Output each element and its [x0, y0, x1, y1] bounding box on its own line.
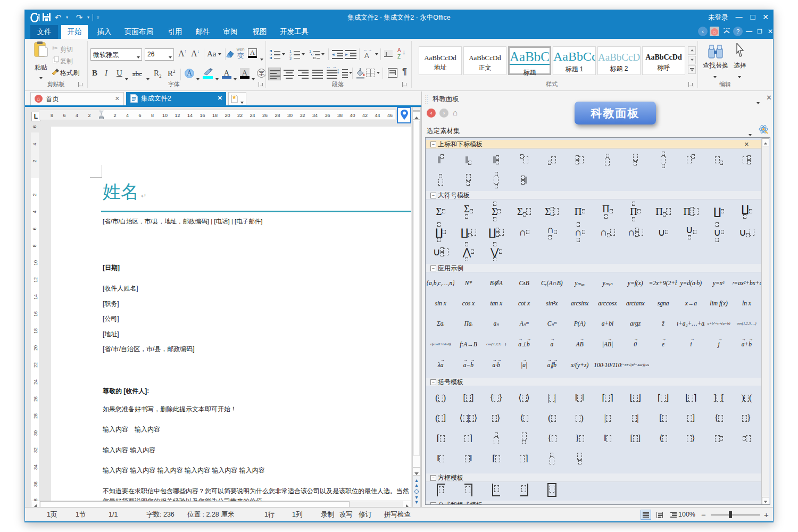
doc-recipient-line[interactable]: [公司] [103, 315, 119, 323]
doc-body-line[interactable]: 输入内容 输入内容 [103, 446, 155, 455]
section-header-5[interactable]: −分式和根式模板 [426, 501, 762, 505]
collapse-section-icon[interactable]: − [430, 193, 436, 198]
formula-item[interactable]: ∩ [510, 222, 538, 242]
formula-item[interactable]: B∉A [483, 275, 510, 291]
formula-item[interactable] [510, 149, 538, 170]
formula-item[interactable]: AB [566, 335, 593, 354]
subscript-button[interactable]: R2 [154, 69, 162, 79]
find-replace-dropdown-icon[interactable] [713, 71, 717, 80]
formula-item[interactable]: ∐ [483, 222, 510, 242]
dropdown-icon[interactable] [282, 53, 285, 55]
formula-item[interactable] [483, 170, 510, 190]
font-color-button[interactable]: A [222, 68, 231, 78]
decrease-indent-icon[interactable]: ◂ [332, 50, 343, 59]
formula-item[interactable]: ⟨ [510, 408, 538, 428]
formula-item[interactable] [705, 428, 733, 448]
formula-item[interactable]: Πaᵢ [454, 314, 482, 332]
dropdown-icon[interactable] [375, 53, 378, 55]
formula-item[interactable]: a+b²+c+(a+b) [705, 314, 733, 332]
vertical-ruler[interactable]: 6422468101214161820222426283032343638 [31, 122, 39, 501]
ribbon-tab-审阅[interactable]: 审阅 [221, 25, 240, 39]
formula-item[interactable]: cos{1,2,3,…} [483, 335, 510, 354]
formula-item[interactable]: Σ [454, 201, 482, 222]
select-dropdown-icon[interactable] [738, 71, 741, 80]
style-card-标题[interactable]: AaBbC标题 [508, 46, 551, 75]
panel-scroll-up-button[interactable] [762, 138, 769, 146]
formula-item[interactable]: Aₙᵐ [510, 314, 538, 332]
formula-item[interactable]: } [733, 408, 760, 428]
status-info[interactable]: 1节 [76, 508, 86, 522]
doc-minimize-icon[interactable]: — [744, 27, 754, 36]
document-page[interactable]: 姓名↵ [省/市/自治区，市/县，地址，邮政编码] | [电话] | [电子邮件… [51, 127, 411, 501]
panel-scroll-down-button[interactable] [762, 497, 769, 505]
panel-drag-dots[interactable]: :::::::: [425, 95, 429, 104]
minimize-button[interactable]: — [733, 10, 745, 25]
formula-item[interactable]: ‖ [594, 428, 621, 448]
doc-restore-icon[interactable]: ❐ [755, 27, 764, 36]
section-header-3[interactable]: −括号模板 [426, 378, 762, 386]
clipboard-dialog-launcher-icon[interactable] [78, 82, 84, 87]
formula-item[interactable]: ⋁ [483, 242, 510, 261]
ribbon-tab-插入[interactable]: 插入 [94, 25, 114, 39]
ribbon-tab-文件[interactable]: 文件 [30, 25, 58, 39]
doc-tab-home[interactable]: ⌂ 首页 ✕ [30, 92, 124, 105]
vertical-scrollbar[interactable]: ▲▲ ▼▼ [412, 107, 421, 507]
formula-item[interactable]: Σ [510, 201, 538, 222]
formula-item[interactable]: () [427, 388, 454, 408]
formula-item[interactable]: z̄ [649, 314, 677, 332]
pinyin-guide-button[interactable]: wén 变 [236, 47, 245, 61]
find-replace-button[interactable]: 查找替换 [702, 61, 729, 70]
formula-item[interactable]: Σ [483, 201, 510, 222]
formula-item[interactable] [510, 481, 538, 498]
formula-item[interactable]: yₘₐₓ [566, 275, 593, 291]
formula-item[interactable] [566, 149, 593, 170]
bullet-list-icon[interactable] [270, 50, 280, 59]
dropdown-icon[interactable] [377, 72, 380, 74]
maximize-button[interactable]: □ [746, 10, 759, 25]
shrink-font-button[interactable]: A↓ [191, 49, 200, 59]
formula-item[interactable]: Cᵣ(A∩B) [538, 275, 566, 291]
formula-item[interactable] [454, 149, 482, 170]
doc-salutation[interactable]: 尊敬的 [收件人]: [103, 387, 149, 396]
ribbon-tab-开始[interactable]: 开始 [61, 25, 88, 39]
formula-item[interactable]: )( [733, 388, 760, 408]
formula-item[interactable] [427, 170, 454, 190]
section-header-0[interactable]: −上标和下标模板✕ [426, 140, 762, 148]
formula-item[interactable]: Σ [538, 201, 566, 222]
formula-item[interactable]: ∪ [677, 222, 705, 242]
paragraph-align-left-button[interactable] [268, 68, 281, 80]
browse-object-button[interactable] [414, 489, 419, 494]
collapse-section-icon[interactable]: − [430, 379, 436, 385]
formula-item[interactable]: || [538, 388, 566, 408]
panel-back-button[interactable]: ‹ [427, 109, 436, 118]
home-panel-icon[interactable]: ⌂ [710, 27, 719, 36]
formula-item[interactable]: } [566, 428, 593, 448]
paragraph-align-center-button[interactable] [282, 68, 295, 80]
formula-item[interactable]: a∥b [538, 355, 566, 375]
doc-body-line[interactable]: 不知道要在求职信中包含哪些内容？您可以简要说明为什么您非常适合该公司以及是该职位… [103, 487, 411, 496]
formula-item[interactable]: ∩ [538, 222, 566, 242]
view-outline-button[interactable] [668, 510, 679, 520]
ribbon-tab-视图[interactable]: 视图 [251, 25, 269, 39]
formula-item[interactable] [483, 481, 510, 498]
formula-item[interactable] [538, 448, 566, 469]
ribbon-tab-页面布局[interactable]: 页面布局 [123, 25, 155, 39]
style-card-称呼[interactable]: AaBbCcDd称呼 [642, 46, 685, 75]
formula-item[interactable] [733, 149, 760, 170]
formula-item[interactable]: ⟩ [677, 428, 705, 448]
formula-item[interactable]: ln x [733, 295, 760, 311]
ribbon-tab-引用[interactable]: 引用 [165, 25, 185, 39]
formula-item[interactable]: ∪ [705, 222, 733, 242]
previous-page-button[interactable]: ▲▲ [413, 478, 420, 488]
science-atom-icon[interactable] [759, 124, 768, 134]
enclose-characters-button[interactable]: 字 [257, 69, 266, 78]
doc-address-line[interactable]: [省/市/自治区，市/县，地址，邮政编码] | [电话] | [电子邮件] [103, 218, 263, 226]
doc-recipient-line[interactable]: [收件人姓名] [103, 285, 138, 293]
formula-item[interactable]: { [705, 408, 733, 428]
section-header-2[interactable]: −应用示例 [426, 264, 762, 272]
formula-item[interactable]: ) [566, 408, 593, 428]
underline-button[interactable]: U [117, 69, 122, 78]
formula-item[interactable]: { [538, 428, 566, 448]
formula-item[interactable]: j [705, 335, 733, 354]
formula-item[interactable]: [] [621, 428, 649, 448]
